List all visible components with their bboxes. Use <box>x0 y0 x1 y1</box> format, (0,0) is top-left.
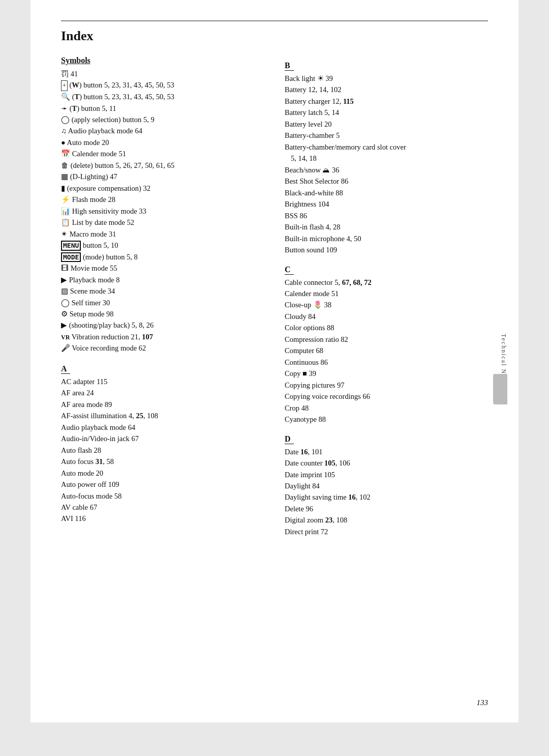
d-line-2: Date counter 105, 106 <box>285 457 488 469</box>
b-line-10: Best Shot Selector 86 <box>285 176 488 187</box>
d-line-3: Date imprint 105 <box>285 469 488 480</box>
b-line-12: Brightness 104 <box>285 198 488 210</box>
b-line-16: Button sound 109 <box>285 244 488 255</box>
sym-line-12: ⚡ Flash mode 28 <box>61 194 264 205</box>
sym-line-15: ✴ Macro mode 31 <box>61 228 264 240</box>
left-column: Symbols 罚 41 + (W) button 5, 23, 31, 43,… <box>61 56 264 537</box>
b-line-7: Battery-chamber/memory card slot cover <box>285 141 488 153</box>
c-line-4: Cloudy 84 <box>285 311 488 322</box>
c-line-11: Copying voice recordings 66 <box>285 391 488 402</box>
sym-line-6: ♫ Audio playback mode 64 <box>61 125 264 136</box>
sym-line-9: 🗑 (delete) button 5, 26, 27, 50, 61, 65 <box>61 160 264 171</box>
sym-line-3: 🔍 (T) button 5, 23, 31, 43, 45, 50, 53 <box>61 91 264 102</box>
b-line-3: Battery charger 12, 115 <box>285 96 488 107</box>
c-line-3: Close-up 🌷 38 <box>285 299 488 310</box>
c-line-1: Cable connector 5, 67, 68, 72 <box>285 277 488 288</box>
a-line-13: AVI 116 <box>61 513 264 524</box>
d-line-6: Delete 96 <box>285 503 488 514</box>
b-line-4: Battery latch 5, 14 <box>285 107 488 118</box>
sym-line-7: ● Auto mode 20 <box>61 137 264 148</box>
sym-line-2: + (W) button 5, 23, 31, 43, 45, 50, 53 <box>61 79 264 91</box>
right-margin-area: Technical Notes <box>488 0 518 722</box>
sym-line-1: 罚 41 <box>61 68 264 79</box>
sym-line-11: ▮ (exposure compensation) 32 <box>61 183 264 194</box>
a-line-1: AC adapter 115 <box>61 376 264 387</box>
a-line-9: Auto mode 20 <box>61 468 264 479</box>
sym-line-14: 📋 List by date mode 52 <box>61 217 264 228</box>
sym-line-4: ➛ (T) button 5, 11 <box>61 103 264 114</box>
c-line-9: Copy ■ 39 <box>285 368 488 379</box>
a-line-7: Auto flash 28 <box>61 445 264 456</box>
sym-line-18: 🎞 Movie mode 55 <box>61 263 264 274</box>
a-line-12: AV cable 67 <box>61 502 264 513</box>
c-line-12: Crop 48 <box>285 402 488 414</box>
page-title: Index <box>61 20 488 44</box>
d-line-8: Direct print 72 <box>285 526 488 537</box>
b-header: B <box>285 61 294 71</box>
sym-line-19: ▶ Playback mode 8 <box>61 274 264 285</box>
b-line-13: BSS 86 <box>285 210 488 221</box>
sym-line-10: ▦ (D-Lighting) 47 <box>61 171 264 182</box>
c-line-7: Computer 68 <box>285 345 488 356</box>
sym-line-25: 🎤 Voice recording mode 62 <box>61 342 264 354</box>
a-line-8: Auto focus 31, 58 <box>61 456 264 467</box>
a-header: A <box>61 364 70 374</box>
sym-line-5: ◯ (apply selection) button 5, 9 <box>61 114 264 125</box>
sym-line-21: ◯ Self timer 30 <box>61 297 264 308</box>
a-line-10: Auto power off 109 <box>61 479 264 490</box>
a-line-4: AF-assist illumination 4, 25, 108 <box>61 410 264 421</box>
a-line-6: Audio-in/Video-in jack 67 <box>61 433 264 444</box>
c-line-10: Copying pictures 97 <box>285 380 488 391</box>
c-line-5: Color options 88 <box>285 322 488 333</box>
d-line-1: Date 16, 101 <box>285 446 488 457</box>
c-line-6: Compression ratio 82 <box>285 334 488 345</box>
sym-line-8: 📅 Calender mode 51 <box>61 148 264 159</box>
b-line-9: Beach/snow ⛰ 36 <box>285 164 488 176</box>
b-line-11: Black-and-white 88 <box>285 187 488 198</box>
d-line-4: Daylight 84 <box>285 480 488 491</box>
c-line-2: Calender mode 51 <box>285 288 488 299</box>
b-line-14: Built-in flash 4, 28 <box>285 221 488 232</box>
sym-line-24: VR Vibration reduction 21, 107 <box>61 331 264 342</box>
c-line-8: Continuous 86 <box>285 357 488 368</box>
d-line-5: Daylight saving time 16, 102 <box>285 491 488 503</box>
sym-line-16: MENU button 5, 10 <box>61 240 264 251</box>
right-column: B Back light ☀ 39 Battery 12, 14, 102 Ba… <box>285 56 488 537</box>
a-line-5: Audio playback mode 64 <box>61 422 264 433</box>
sym-line-23: ▶ (shooting/play back) 5, 8, 26 <box>61 319 264 331</box>
sym-line-13: 📊 High sensitivity mode 33 <box>61 206 264 217</box>
b-line-8: 5, 14, 18 <box>285 153 488 164</box>
symbols-header: Symbols <box>61 56 264 65</box>
b-line-1: Back light ☀ 39 <box>285 73 488 84</box>
b-line-5: Battery level 20 <box>285 119 488 130</box>
a-line-11: Auto-focus mode 58 <box>61 490 264 502</box>
d-header: D <box>285 434 294 444</box>
a-line-2: AF area 24 <box>61 387 264 398</box>
sym-line-17: MODE (mode) button 5, 8 <box>61 251 264 263</box>
d-line-7: Digital zoom 23, 108 <box>285 514 488 526</box>
sym-line-22: ⚙ Setup mode 98 <box>61 308 264 319</box>
b-line-6: Battery-chamber 5 <box>285 130 488 141</box>
c-header: C <box>285 265 294 275</box>
c-line-13: Cyanotype 88 <box>285 414 488 425</box>
sym-line-20: ▨ Scene mode 34 <box>61 285 264 297</box>
side-tab <box>493 374 507 404</box>
a-line-3: AF area mode 89 <box>61 399 264 410</box>
b-line-2: Battery 12, 14, 102 <box>285 84 488 95</box>
page-number: 133 <box>477 699 489 707</box>
b-line-15: Built-in microphone 4, 50 <box>285 233 488 244</box>
